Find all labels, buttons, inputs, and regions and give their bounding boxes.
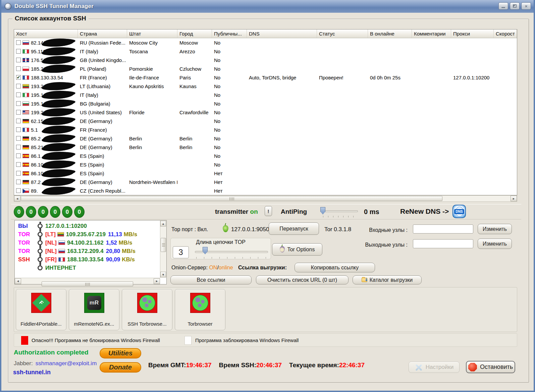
account-row[interactable]: ✔ 87.2 DE (Germany) Nordrhein-Westfalen … — [14, 178, 517, 186]
row-checkbox[interactable]: ✔ — [16, 58, 21, 62]
app-tile[interactable]: SSH Torbrowse... — [122, 289, 172, 330]
chain-scroll-left-arrow[interactable]: ◄ — [15, 278, 21, 284]
close-button[interactable]: × — [521, 2, 531, 10]
chain-vertical-scrollbar[interactable]: ▲ ▼ — [160, 220, 166, 278]
chain-scroll-up-arrow[interactable]: ▲ — [160, 221, 166, 226]
account-row[interactable]: ✔ 193.2 LT (Lithuania) Kauno Apskritis K… — [14, 82, 517, 90]
antiping-slider-track[interactable] — [323, 210, 358, 212]
column-header-state[interactable]: Штат — [127, 29, 177, 38]
account-row[interactable]: ✔ 195.1 BG (Bulgaria) No — [14, 99, 517, 108]
cell-speed — [494, 160, 517, 169]
column-header-speed[interactable]: Скорост — [494, 29, 517, 38]
account-row[interactable]: ✔ 86.1 ES (Spain) No — [14, 151, 517, 160]
account-row[interactable]: ✔ 62.15 DE (Germany) No — [14, 117, 517, 125]
account-row[interactable]: ✔ 86.10 ES (Spain) Нет — [14, 169, 517, 178]
chain-length-value[interactable]: 3 — [173, 246, 189, 258]
transmitter-alert-button[interactable]: ! — [265, 206, 272, 216]
row-checkbox[interactable]: ✔ — [16, 162, 21, 167]
row-checkbox[interactable]: ✔ — [16, 49, 21, 54]
renew-dns-button[interactable]: DNS — [452, 205, 466, 218]
row-checkbox[interactable]: ✔ — [16, 75, 21, 80]
scroll-thumb[interactable] — [21, 196, 442, 201]
app-tile[interactable]: mRemoteNG.ex... — [69, 289, 119, 330]
account-row[interactable]: ✔ 195.1 IT (Italy) No — [14, 90, 517, 99]
row-checkbox[interactable]: ✔ — [16, 84, 21, 88]
maximize-button[interactable] — [510, 2, 520, 10]
column-header-country[interactable]: Страна — [78, 29, 127, 38]
exit-nodes-input[interactable] — [413, 239, 473, 248]
chain-length-slider-thumb[interactable] — [203, 247, 208, 254]
download-directory-button[interactable]: Каталог выгрузки — [353, 275, 422, 284]
cell-public: No — [212, 56, 247, 64]
account-row[interactable]: ✔ 86.10 ES (Spain) No — [14, 160, 517, 169]
row-checkbox[interactable]: ✔ — [16, 145, 21, 149]
column-header-status[interactable]: Статус — [317, 29, 368, 38]
clear-url-list-button[interactable]: Очистить список URL (0 шт) — [256, 275, 349, 284]
entry-nodes-input[interactable] — [413, 224, 473, 234]
row-checkbox[interactable]: ✔ — [16, 127, 21, 132]
cell-comments — [412, 82, 451, 90]
row-checkbox[interactable]: ✔ — [16, 101, 21, 106]
row-checkbox[interactable]: ✔ — [16, 136, 21, 141]
chain-hscroll-thumb[interactable] — [42, 281, 133, 286]
column-header-host[interactable]: Хост — [14, 29, 78, 38]
column-header-online[interactable]: В онлайне — [368, 29, 412, 38]
chain-scroll-right-arrow[interactable]: ► — [154, 278, 160, 284]
change-exit-nodes-button[interactable]: Изменить — [478, 239, 512, 249]
column-header-comments[interactable]: Комментарии — [412, 29, 451, 38]
tor-options-button[interactable]: Tor Options — [272, 243, 322, 256]
all-links-button[interactable]: Все ссылки — [170, 275, 252, 284]
download-directory-label: Каталог выгрузки — [370, 277, 413, 283]
row-checkbox[interactable]: ✔ — [16, 180, 21, 184]
account-row[interactable]: ✔ 188.130.33.54 FR (France) Ile-de-Franc… — [14, 73, 517, 82]
row-checkbox[interactable]: ✔ — [16, 92, 21, 97]
hop-ip: 163.172.209.4 — [67, 248, 104, 255]
account-row[interactable]: ✔ 95.110.1 IT (Italy) Toscana Arezzo No — [14, 47, 517, 56]
row-checkbox[interactable]: ✔ — [16, 110, 21, 115]
column-header-proxy[interactable]: Прокси — [451, 29, 494, 38]
stop-button[interactable]: Остановить — [466, 361, 515, 373]
account-row[interactable]: ✔ 85.2 DE (Germany) Berlin Berlin No — [14, 134, 517, 143]
column-header-dns[interactable]: DNS — [247, 29, 317, 38]
donate-button[interactable]: Donate — [100, 362, 141, 373]
account-row[interactable]: ✔ 82.146 RU (Russian Fede... Moscow City… — [14, 38, 517, 47]
column-header-city[interactable]: Город — [177, 29, 212, 38]
app-tile[interactable]: Fiddler4Portable... — [16, 289, 66, 330]
antiping-slider-thumb[interactable] — [320, 207, 325, 214]
cell-online — [368, 38, 412, 47]
cell-public: No — [212, 117, 247, 125]
cell-state — [127, 90, 177, 99]
cell-speed — [494, 134, 517, 143]
account-row[interactable]: ✔ 85.214 DE (Germany) Berlin Berlin No — [14, 143, 517, 151]
account-row[interactable]: ✔ 185.21 PL (Poland) Pomorskie Czluchow … — [14, 64, 517, 73]
settings-button[interactable]: Настройки — [409, 362, 460, 373]
row-checkbox[interactable]: ✔ — [16, 119, 21, 123]
antiping-slider[interactable] — [318, 205, 359, 218]
scroll-right-arrow[interactable]: ► — [511, 196, 517, 201]
restart-tor-button[interactable]: Перезапуск — [269, 222, 319, 235]
hop-ip: 188.130.33.54 — [67, 256, 104, 263]
row-checkbox[interactable]: ✔ — [16, 66, 21, 71]
utilities-button[interactable]: Utilities — [100, 348, 141, 358]
app-tile[interactable]: Torbrowser — [175, 289, 225, 330]
account-row[interactable]: ✔ 199.2 US (United States) Floride Crawf… — [14, 108, 517, 117]
row-checkbox[interactable]: ✔ — [16, 171, 21, 176]
scroll-left-arrow[interactable]: ◄ — [14, 196, 20, 201]
copy-link-button[interactable]: Копировать ссылку — [295, 263, 375, 272]
site-link[interactable]: ssh-tunnel.in — [13, 369, 51, 376]
minimize-button[interactable] — [498, 2, 508, 10]
column-header-public[interactable]: Публичны... — [212, 29, 247, 38]
chain-horizontal-scrollbar[interactable]: ◄ ► — [15, 278, 160, 284]
jabber-address-link[interactable]: sshmanager@exploit.im — [36, 360, 97, 367]
account-row[interactable]: ✔ 5.1 FR (France) No — [14, 125, 517, 134]
app-tile-icon — [84, 293, 104, 313]
chain-vscroll-thumb[interactable] — [161, 238, 166, 252]
row-checkbox[interactable]: ✔ — [16, 153, 21, 158]
row-checkbox[interactable]: ✔ — [16, 40, 21, 45]
chain-scroll-down-arrow[interactable]: ▼ — [160, 272, 166, 277]
table-horizontal-scrollbar[interactable]: ◄ ► — [14, 195, 517, 202]
row-checkbox[interactable]: ✔ — [16, 188, 21, 193]
account-row[interactable]: ✔ 176.56 GB (United Kingdo... No — [14, 56, 517, 64]
change-entry-nodes-button[interactable]: Изменить — [478, 224, 512, 234]
account-row[interactable]: ✔ 89. CZ (Czech Republ... Нет — [14, 186, 517, 195]
